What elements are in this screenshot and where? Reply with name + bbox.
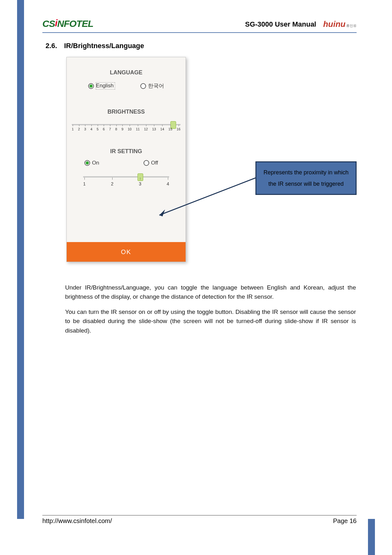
body-paragraph-2: You can turn the IR sensor on or off by … — [65, 307, 356, 335]
tick: 2 — [78, 127, 80, 131]
tick: 2 — [111, 181, 113, 186]
ir-thumb[interactable] — [138, 173, 143, 181]
tick: 12 — [144, 127, 148, 131]
tick: 3 — [139, 181, 141, 186]
ir-heading: IR SETTING — [67, 148, 186, 155]
ir-slider[interactable]: 1 2 3 4 — [83, 173, 169, 186]
settings-screenshot: LANGUAGE English 한국어 BRIGHTNESS 1 2 — [66, 57, 186, 262]
tick: 4 — [167, 181, 169, 186]
tick: 3 — [84, 127, 86, 131]
page-footer: http://www.csinfotel.com/ Page 16 — [42, 515, 357, 525]
footer-url: http://www.csinfotel.com/ — [42, 517, 112, 525]
tick: 15 — [168, 127, 172, 131]
figure-area: LANGUAGE English 한국어 BRIGHTNESS 1 2 — [42, 57, 357, 272]
radio-unselected-icon — [140, 83, 146, 89]
logo-cs-suffix: NFOTEL — [57, 18, 93, 29]
ok-button-label: OK — [121, 248, 132, 256]
page-rail-left — [17, 0, 24, 519]
ir-option-off[interactable]: Off — [144, 160, 158, 166]
brightness-slider[interactable]: 1 2 3 4 5 6 7 8 9 10 11 12 13 14 15 16 — [72, 121, 181, 131]
footer-page: Page 16 — [333, 517, 357, 525]
page-header: CSiNFOTEL SG-3000 User Manual huinu휴인유 — [42, 18, 357, 33]
ok-button[interactable]: OK — [67, 242, 186, 262]
tick: 8 — [115, 127, 117, 131]
language-english-label: English — [96, 82, 115, 90]
language-option-english[interactable]: English — [88, 82, 115, 90]
ir-track — [83, 176, 169, 178]
ir-option-on[interactable]: On — [84, 160, 99, 166]
page-sheet: CSiNFOTEL SG-3000 User Manual huinu휴인유 2… — [24, 0, 375, 555]
language-korean-label: 한국어 — [148, 82, 164, 90]
tick: 5 — [97, 127, 99, 131]
section-number: 2.6. — [46, 42, 57, 50]
ir-off-label: Off — [151, 160, 158, 166]
language-radio-group: English 한국어 — [67, 82, 186, 90]
callout-text: Represents the proximity in which the IR… — [263, 169, 348, 187]
brightness-ticks: 1 2 3 4 5 6 7 8 9 10 11 12 13 14 15 16 — [72, 127, 181, 131]
ir-ticks: 1 2 3 4 — [83, 181, 169, 186]
tick: 1 — [83, 181, 86, 186]
logo-huinu: huinu휴인유 — [323, 19, 357, 29]
logo-dot-icon: i — [55, 18, 57, 28]
tick: 13 — [152, 127, 156, 131]
brightness-track — [72, 124, 181, 125]
tick: 11 — [136, 127, 140, 131]
tick: 16 — [177, 127, 181, 131]
document-title: SG-3000 User Manual — [245, 20, 316, 28]
ir-radio-group: On Off — [67, 160, 186, 166]
language-option-korean[interactable]: 한국어 — [140, 82, 164, 90]
ir-on-label: On — [92, 160, 99, 166]
tick: 6 — [103, 127, 105, 131]
callout-box: Represents the proximity in which the IR… — [255, 161, 357, 195]
section-title: IR/Brightness/Language — [64, 42, 144, 50]
radio-selected-icon — [88, 83, 94, 89]
logo-huinu-text: huinu — [323, 19, 346, 29]
tick: 7 — [109, 127, 111, 131]
tick: 10 — [128, 127, 132, 131]
logo-huinu-kr: 휴인유 — [346, 24, 357, 28]
tick: 9 — [121, 127, 123, 131]
body-paragraph-1: Under IR/Brightness/Language, you can to… — [65, 283, 356, 302]
radio-selected-icon — [84, 160, 90, 166]
language-heading: LANGUAGE — [67, 69, 186, 76]
brightness-heading: BRIGHTNESS — [67, 109, 186, 115]
radio-unselected-icon — [144, 160, 149, 166]
section-heading: 2.6. IR/Brightness/Language — [42, 42, 357, 50]
tick: 4 — [90, 127, 92, 131]
tick: 14 — [160, 127, 164, 131]
logo-cs-prefix: CS — [42, 18, 55, 29]
header-right: SG-3000 User Manual huinu휴인유 — [245, 19, 357, 29]
logo-csinfotel: CSiNFOTEL — [42, 18, 93, 29]
tick: 1 — [72, 127, 74, 131]
